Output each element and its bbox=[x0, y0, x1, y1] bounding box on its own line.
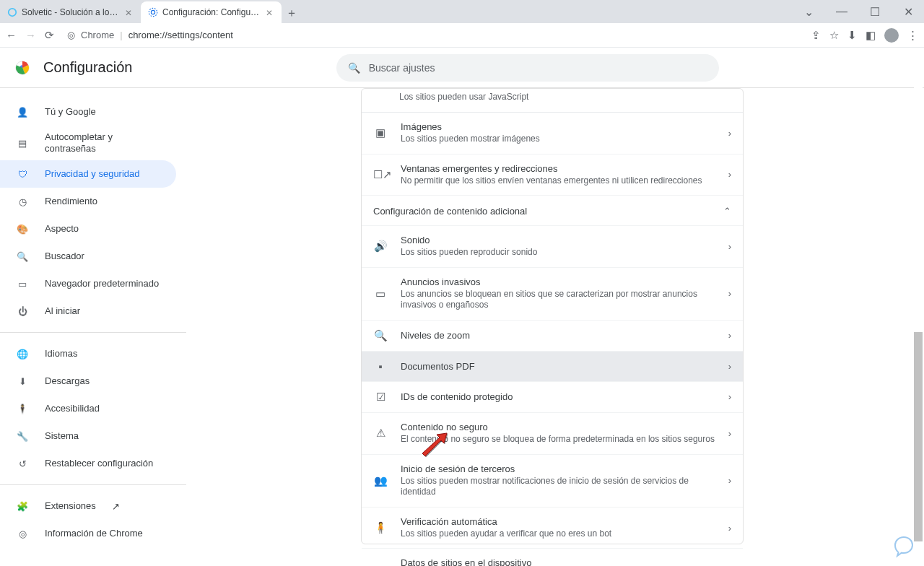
content-setting-row[interactable]: ▣ImágenesLos sitios pueden mostrar imáge… bbox=[362, 113, 743, 154]
svg-point-0 bbox=[9, 9, 17, 17]
extensions-icon[interactable]: ◧ bbox=[866, 29, 876, 42]
sidebar-item-label: Navegador predeterminado bbox=[45, 278, 159, 289]
verify-icon: 🧍 bbox=[373, 521, 388, 534]
content-setting-row[interactable]: 👥Inicio de sesión de tercerosLos sitios … bbox=[362, 455, 743, 508]
reload-button[interactable]: ⟳ bbox=[45, 29, 54, 42]
tab-strip: Solvetic - Solución a los proble ✕ Confi… bbox=[0, 0, 924, 23]
sound-icon: 🔊 bbox=[373, 240, 388, 253]
sidebar-item-label: Tú y Google bbox=[45, 106, 96, 118]
row-title: Sonido bbox=[401, 235, 715, 245]
tab-title: Configuración: Configuración d bbox=[162, 7, 261, 17]
protected-icon: ☑ bbox=[373, 391, 388, 404]
section-title: Configuración de contenido adicional bbox=[373, 206, 527, 217]
sidebar-item[interactable]: 🌐Idiomas bbox=[0, 340, 176, 367]
row-title: Imágenes bbox=[401, 121, 715, 132]
sidebar-item-label: Sistema bbox=[45, 430, 79, 442]
browser-toolbar: ← → ⟳ ◎ Chrome | chrome://settings/conte… bbox=[0, 23, 924, 48]
zoom-icon: 🔍 bbox=[373, 329, 388, 342]
additional-content-section-header[interactable]: Configuración de contenido adicional⌃ bbox=[362, 196, 743, 226]
sidebar-item-label: Restablecer configuración bbox=[45, 458, 153, 469]
back-button[interactable]: ← bbox=[6, 29, 17, 42]
row-title: Contenido no seguro bbox=[401, 422, 715, 432]
person-icon: 👤 bbox=[16, 107, 29, 118]
content-setting-row[interactable]: 🧍Verificación automáticaLos sitios puede… bbox=[362, 508, 743, 549]
settings-header: Configuración 🔍 Buscar ajustes bbox=[0, 48, 924, 88]
window-controls: ⌄ ― ☐ ✕ bbox=[798, 0, 918, 23]
row-subtitle: Los sitios pueden mostrar notificaciones… bbox=[401, 476, 715, 498]
forward-button[interactable]: → bbox=[25, 29, 36, 42]
sidebar-item-label: Al iniciar bbox=[45, 305, 80, 317]
content-setting-row[interactable]: 🔊SonidoLos sitios pueden reproducir soni… bbox=[362, 226, 743, 268]
sidebar-item[interactable]: ▤Autocompletar y contraseñas bbox=[0, 126, 176, 160]
sidebar-item[interactable]: 🔍Buscador bbox=[0, 243, 176, 270]
close-window-icon[interactable]: ✕ bbox=[898, 5, 918, 19]
settings-search-input[interactable]: 🔍 Buscar ajustes bbox=[336, 54, 719, 82]
chrome-menu-icon[interactable]: ⋮ bbox=[907, 29, 918, 42]
sidebar-item[interactable]: 🎨Aspecto bbox=[0, 215, 176, 243]
site-info-icon[interactable]: ◎ bbox=[67, 30, 75, 40]
sidebar-item-label: Privacidad y seguridad bbox=[45, 168, 140, 180]
bookmark-icon[interactable]: ☆ bbox=[829, 29, 839, 42]
maximize-icon[interactable]: ☐ bbox=[865, 5, 885, 19]
sidebar-item[interactable]: ◷Rendimiento bbox=[0, 188, 176, 215]
content-setting-row[interactable]: ☐↗Ventanas emergentes y redireccionesNo … bbox=[362, 154, 743, 196]
download-icon[interactable]: ⬇ bbox=[847, 29, 857, 42]
browser-tab-active[interactable]: Configuración: Configuración d ✕ bbox=[141, 1, 282, 23]
share-icon[interactable]: ⇪ bbox=[811, 29, 821, 42]
settings-main: Los sitios pueden usar JavaScript▣Imágen… bbox=[186, 88, 924, 566]
close-tab-icon[interactable]: ✕ bbox=[266, 8, 274, 17]
browser-tab[interactable]: Solvetic - Solución a los proble ✕ bbox=[0, 1, 141, 23]
pdf-icon: ▪ bbox=[373, 360, 388, 373]
profile-avatar[interactable] bbox=[884, 28, 899, 43]
sidebar-item[interactable]: ▭Navegador predeterminado bbox=[0, 270, 176, 297]
url-scheme: Chrome bbox=[81, 30, 114, 40]
shield-icon: 🛡 bbox=[16, 169, 29, 180]
content-setting-row[interactable]: ▪Documentos PDF› bbox=[362, 352, 743, 382]
chevron-right-icon: › bbox=[728, 361, 731, 372]
globe-icon: 🌐 bbox=[16, 349, 29, 360]
sidebar-item[interactable]: ◎Información de Chrome bbox=[0, 520, 176, 547]
sidebar-item[interactable]: 🕴Accesibilidad bbox=[0, 395, 176, 422]
sidebar-item[interactable]: 🛡Privacidad y seguridad bbox=[0, 160, 176, 188]
new-tab-button[interactable]: ＋ bbox=[282, 3, 302, 23]
sidebar-item[interactable]: ↺Restablecer configuración bbox=[0, 450, 176, 477]
row-title: Anuncios invasivos bbox=[401, 277, 715, 287]
scrollbar-thumb[interactable] bbox=[914, 332, 923, 541]
sidebar-item-label: Autocompletar y contraseñas bbox=[45, 131, 160, 155]
sidebar-item[interactable]: 🧩Extensiones↗ bbox=[0, 492, 176, 520]
svg-point-1 bbox=[151, 10, 154, 14]
wrench-icon: 🔧 bbox=[16, 431, 29, 442]
row-subtitle: Los sitios pueden ayudar a verificar que… bbox=[401, 528, 715, 540]
help-bubble-icon[interactable] bbox=[891, 534, 917, 560]
chevron-right-icon: › bbox=[728, 428, 731, 439]
content-setting-row[interactable]: ☑IDs de contenido protegido› bbox=[362, 382, 743, 413]
content-setting-row[interactable]: ▭Anuncios invasivosLos anuncios se bloqu… bbox=[362, 268, 743, 321]
autofill-icon: ▤ bbox=[16, 138, 29, 149]
external-link-icon: ↗ bbox=[112, 501, 120, 512]
close-tab-icon[interactable]: ✕ bbox=[125, 8, 134, 17]
chevron-down-icon[interactable]: ⌄ bbox=[798, 5, 819, 19]
sidebar-item[interactable]: 🔧Sistema bbox=[0, 422, 176, 450]
settings-sidebar: 👤Tú y Google▤Autocompletar y contraseñas… bbox=[0, 88, 186, 566]
sidebar-item[interactable]: 👤Tú y Google bbox=[0, 98, 176, 126]
minimize-icon[interactable]: ― bbox=[832, 5, 852, 18]
row-title: Verificación automática bbox=[401, 516, 715, 527]
row-title: Niveles de zoom bbox=[401, 330, 715, 341]
chevron-right-icon: › bbox=[728, 391, 731, 402]
sidebar-item[interactable]: ⏻Al iniciar bbox=[0, 297, 176, 325]
row-subtitle: Los sitios pueden mostrar imágenes bbox=[401, 134, 715, 145]
address-bar[interactable]: ◎ Chrome | chrome://settings/content bbox=[61, 30, 804, 40]
chevron-up-icon: ⌃ bbox=[723, 206, 731, 217]
default-browser-icon: ▭ bbox=[16, 279, 29, 289]
chevron-right-icon: › bbox=[728, 475, 731, 486]
tab-title: Solvetic - Solución a los proble bbox=[22, 7, 121, 17]
content-setting-row[interactable]: 🔍Niveles de zoom› bbox=[362, 321, 743, 352]
solvetic-favicon bbox=[7, 7, 17, 17]
chevron-right-icon: › bbox=[728, 523, 731, 534]
sidebar-item[interactable]: ⬇Descargas bbox=[0, 367, 176, 395]
settings-favicon bbox=[148, 7, 158, 17]
row-title: Documentos PDF bbox=[401, 361, 715, 372]
popup-icon: ☐↗ bbox=[373, 168, 388, 181]
content-setting-row[interactable]: ⚠Contenido no seguroEl contenido no segu… bbox=[362, 413, 743, 455]
content-setting-row[interactable]: ≡Datos de sitios en el dispositivoLos si… bbox=[362, 549, 743, 566]
